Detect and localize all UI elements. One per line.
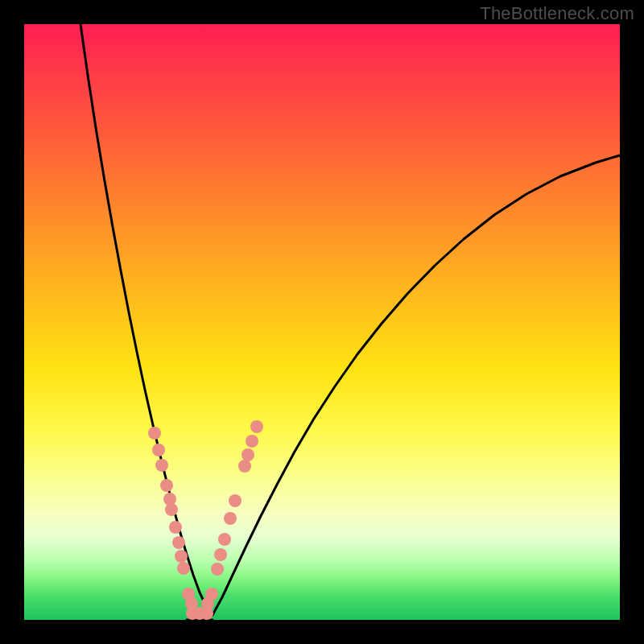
marker-dot	[211, 563, 224, 576]
markers-group	[148, 420, 263, 620]
marker-dot	[175, 550, 188, 563]
marker-dot	[165, 503, 178, 516]
marker-dot	[242, 448, 254, 461]
marker-dot	[238, 460, 251, 473]
marker-dot	[205, 588, 218, 601]
marker-dot	[172, 536, 185, 549]
marker-dot	[214, 548, 227, 561]
marker-dot	[246, 435, 258, 448]
series-right-curve	[213, 155, 620, 615]
marker-dot	[177, 562, 190, 575]
curve-group	[80, 24, 620, 620]
marker-dot	[224, 512, 237, 525]
curve-layer	[24, 24, 620, 620]
marker-dot	[152, 444, 165, 456]
marker-dot	[250, 420, 263, 433]
marker-dot	[160, 479, 173, 492]
marker-dot	[218, 533, 231, 546]
series-left-curve	[80, 24, 213, 615]
chart-frame: TheBottleneck.com	[0, 0, 644, 644]
watermark-text: TheBottleneck.com	[480, 3, 634, 24]
marker-dot	[155, 459, 168, 472]
marker-dot	[229, 494, 242, 507]
marker-dot	[148, 427, 161, 440]
plot-area	[24, 24, 620, 620]
marker-dot	[169, 521, 182, 534]
